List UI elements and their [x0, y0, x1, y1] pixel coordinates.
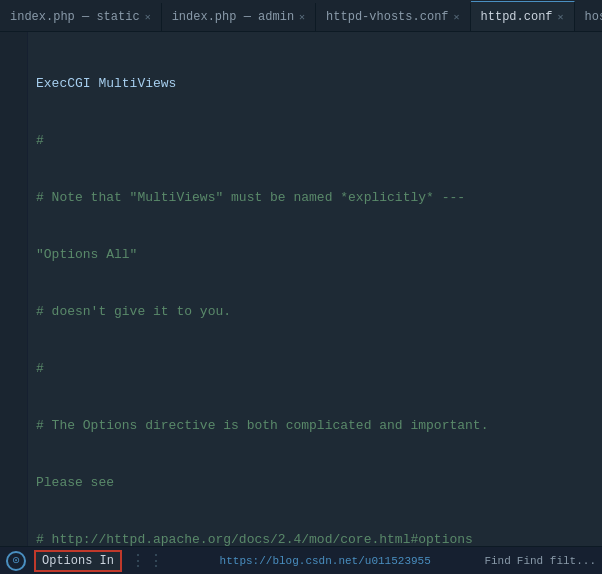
line-9: # http://httpd.apache.org/docs/2.4/mod/c… [36, 530, 594, 546]
status-divider: ⋮⋮ [130, 551, 166, 571]
tab-label: index.php — static [10, 10, 140, 24]
line-3: # Note that "MultiViews" must be named *… [36, 188, 594, 207]
tab-close-icon[interactable]: ✕ [558, 11, 564, 23]
find-label: Find [484, 555, 510, 567]
line-6: # [36, 359, 594, 378]
tab-label: hosts [585, 10, 602, 24]
line-7: # The Options directive is both complica… [36, 416, 594, 435]
tab-label: index.php — admin [172, 10, 294, 24]
status-dot-icon: ⊙ [6, 551, 26, 571]
status-bar: ⊙ Options In ⋮⋮ https://blog.csdn.net/u0… [0, 546, 602, 574]
status-url: https://blog.csdn.net/u011523955 [174, 555, 476, 567]
line-2: # [36, 131, 594, 150]
tab-close-icon[interactable]: ✕ [454, 11, 460, 23]
find-input-box[interactable]: Options In [34, 550, 122, 572]
tab-close-icon[interactable]: ✕ [299, 11, 305, 23]
status-right: Find Find filt... [484, 555, 596, 567]
line-4: "Options All" [36, 245, 594, 264]
tab-hosts[interactable]: hosts [575, 3, 602, 31]
tab-label: httpd-vhosts.conf [326, 10, 448, 24]
line-1: ExecCGI MultiViews [36, 74, 594, 93]
tab-bar: index.php — static ✕ index.php — admin ✕… [0, 0, 602, 32]
line-number-gutter [0, 32, 28, 546]
find-filter-label: Find filt... [517, 555, 596, 567]
find-input-text: Options In [42, 554, 114, 568]
tab-close-icon[interactable]: ✕ [145, 11, 151, 23]
status-left: ⊙ Options In [6, 550, 122, 572]
tab-httpd-vhosts[interactable]: httpd-vhosts.conf ✕ [316, 3, 470, 31]
line-8: Please see [36, 473, 594, 492]
editor-content[interactable]: ExecCGI MultiViews # # Note that "MultiV… [28, 32, 602, 546]
tab-index-static[interactable]: index.php — static ✕ [0, 3, 162, 31]
editor-area: ExecCGI MultiViews # # Note that "MultiV… [0, 32, 602, 546]
tab-label: httpd.conf [481, 10, 553, 24]
tab-httpd-conf[interactable]: httpd.conf ✕ [471, 1, 575, 31]
tab-index-admin[interactable]: index.php — admin ✕ [162, 3, 316, 31]
line-5: # doesn't give it to you. [36, 302, 594, 321]
